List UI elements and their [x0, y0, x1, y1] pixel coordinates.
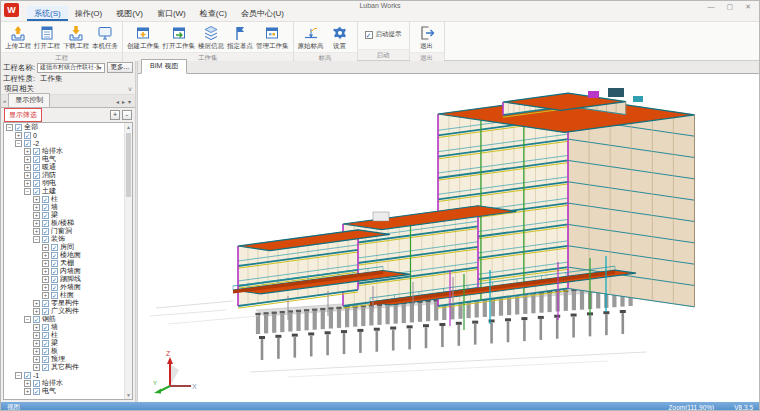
tree-checkbox[interactable]: ✓	[51, 244, 58, 251]
expand-icon[interactable]: +	[24, 380, 31, 387]
tree-item[interactable]: +✓0	[4, 131, 132, 139]
expand-icon[interactable]: +	[33, 324, 40, 331]
tree-checkbox[interactable]: ✓	[33, 148, 40, 155]
tree-checkbox[interactable]: ✓	[51, 276, 58, 283]
tree-checkbox[interactable]: ✓	[51, 260, 58, 267]
expand-icon[interactable]: +	[42, 260, 49, 267]
menu-item[interactable]: 检查(C)	[193, 6, 234, 21]
tree-item[interactable]: +✓给排水	[4, 147, 132, 155]
expand-icon[interactable]: +	[33, 348, 40, 355]
tab-menu-icon[interactable]: ▾	[128, 98, 131, 105]
tree-item[interactable]: +✓给排水	[4, 379, 132, 387]
ribbon-button[interactable]: 设置	[326, 24, 354, 52]
collapse-all-button[interactable]: -	[122, 110, 132, 120]
expand-icon[interactable]: +	[42, 276, 49, 283]
tree-checkbox[interactable]: ✓	[42, 356, 49, 363]
close-button[interactable]: ✕	[745, 3, 751, 11]
project-name-select[interactable]: 建德市村级合作联社-施工模型 ▾	[37, 63, 104, 73]
tree-item[interactable]: +✓墙	[4, 323, 132, 331]
expand-icon[interactable]: +	[33, 204, 40, 211]
maximize-button[interactable]: ▢	[727, 3, 734, 11]
tree-scrollbar[interactable]: ▲ ▼	[124, 123, 132, 399]
menu-item[interactable]: 系统(S)	[27, 6, 68, 21]
tree-item[interactable]: +✓电气	[4, 387, 132, 395]
tree-item[interactable]: +✓柱	[4, 195, 132, 203]
expand-icon[interactable]: +	[42, 292, 49, 299]
ribbon-button[interactable]: 原始标高	[297, 24, 325, 52]
tree-checkbox[interactable]: ✓	[42, 300, 49, 307]
tab-display-control[interactable]: 显示控制	[8, 93, 50, 107]
tree-checkbox[interactable]: ✓	[15, 124, 22, 131]
tree-item[interactable]: +✓梁	[4, 339, 132, 347]
tree-checkbox[interactable]: ✓	[51, 284, 58, 291]
menu-item[interactable]: 窗口(W)	[150, 6, 193, 21]
expand-icon[interactable]: +	[33, 340, 40, 347]
tree-item[interactable]: +✓弱电	[4, 179, 132, 187]
ribbon-button[interactable]: 打开工程	[33, 24, 61, 52]
tree-item[interactable]: +✓其它构件	[4, 363, 132, 371]
tab-scroll-left-icon[interactable]: ◂	[116, 98, 119, 105]
tree-item[interactable]: +✓墙	[4, 203, 132, 211]
bim-3d-viewport[interactable]: Z X Y	[138, 74, 759, 402]
tree-checkbox[interactable]: ✓	[42, 212, 49, 219]
tree-checkbox[interactable]: ✓	[51, 268, 58, 275]
tree-item[interactable]: +✓门窗洞	[4, 227, 132, 235]
tree-checkbox[interactable]: ✓	[42, 348, 49, 355]
tree-checkbox[interactable]: ✓	[42, 236, 49, 243]
tree-checkbox[interactable]: ✓	[42, 228, 49, 235]
pin-icon[interactable]: «	[3, 98, 6, 104]
scroll-up-icon[interactable]: ▲	[125, 123, 132, 131]
menu-item[interactable]: 操作(O)	[68, 6, 110, 21]
minimize-button[interactable]: —	[708, 3, 715, 11]
tree-checkbox[interactable]: ✓	[33, 180, 40, 187]
expand-icon[interactable]: +	[24, 180, 31, 187]
tree-item[interactable]: −✓土建	[4, 187, 132, 195]
expand-icon[interactable]: +	[33, 356, 40, 363]
expand-icon[interactable]: +	[42, 284, 49, 291]
collapse-icon[interactable]: −	[6, 124, 13, 131]
expand-icon[interactable]: +	[33, 364, 40, 371]
tree-item[interactable]: +✓柱	[4, 331, 132, 339]
more-button[interactable]: 更多...	[107, 62, 133, 73]
display-filter-button[interactable]: 显示筛选	[4, 108, 42, 122]
collapse-icon[interactable]: −	[33, 236, 40, 243]
bim-model[interactable]	[138, 74, 759, 402]
ribbon-button[interactable]: 楼层信息	[197, 24, 225, 52]
expand-icon[interactable]: +	[33, 308, 40, 315]
menu-item[interactable]: 会员中心(U)	[234, 6, 291, 21]
tab-bim-view[interactable]: BIM 视图	[141, 59, 187, 74]
ribbon-button[interactable]: 下载工程	[62, 24, 90, 52]
tree-item[interactable]: +✓暖通	[4, 163, 132, 171]
tree-checkbox[interactable]: ✓	[42, 204, 49, 211]
tree-checkbox[interactable]: ✓	[24, 140, 31, 147]
tree-checkbox[interactable]: ✓	[33, 156, 40, 163]
scroll-down-icon[interactable]: ▼	[125, 391, 132, 399]
tree-checkbox[interactable]: ✓	[24, 132, 31, 139]
ribbon-button[interactable]: 指定基点	[226, 24, 254, 52]
tree-checkbox[interactable]: ✓	[24, 372, 31, 379]
tree-item[interactable]: +✓广义构件	[4, 307, 132, 315]
tree-checkbox[interactable]: ✓	[33, 172, 40, 179]
tree-checkbox[interactable]: ✓	[42, 340, 49, 347]
expand-icon[interactable]: +	[15, 132, 22, 139]
menu-item[interactable]: 视图(V)	[109, 6, 150, 21]
collapse-icon[interactable]: −	[24, 188, 31, 195]
expand-icon[interactable]: +	[33, 300, 40, 307]
tab-scroll-right-icon[interactable]: ▸	[122, 98, 125, 105]
ribbon-button[interactable]: 管理工作集	[255, 24, 290, 52]
collapse-icon[interactable]: −	[15, 372, 22, 379]
expand-icon[interactable]: +	[24, 148, 31, 155]
expand-icon[interactable]: +	[24, 388, 31, 395]
tree-checkbox[interactable]: ✓	[42, 324, 49, 331]
ribbon-button[interactable]: 上传工程	[4, 24, 32, 52]
tree-item[interactable]: +✓消防	[4, 171, 132, 179]
tree-checkbox[interactable]: ✓	[33, 164, 40, 171]
tree-checkbox[interactable]: ✓	[42, 364, 49, 371]
tree-checkbox[interactable]: ✓	[51, 252, 58, 259]
ribbon-button[interactable]: 本机任务	[91, 24, 119, 52]
tree-item[interactable]: +✓电气	[4, 155, 132, 163]
tree-checkbox[interactable]: ✓	[33, 380, 40, 387]
expand-icon[interactable]: +	[24, 164, 31, 171]
expand-icon[interactable]: +	[42, 252, 49, 259]
collapse-icon[interactable]: −	[24, 316, 31, 323]
